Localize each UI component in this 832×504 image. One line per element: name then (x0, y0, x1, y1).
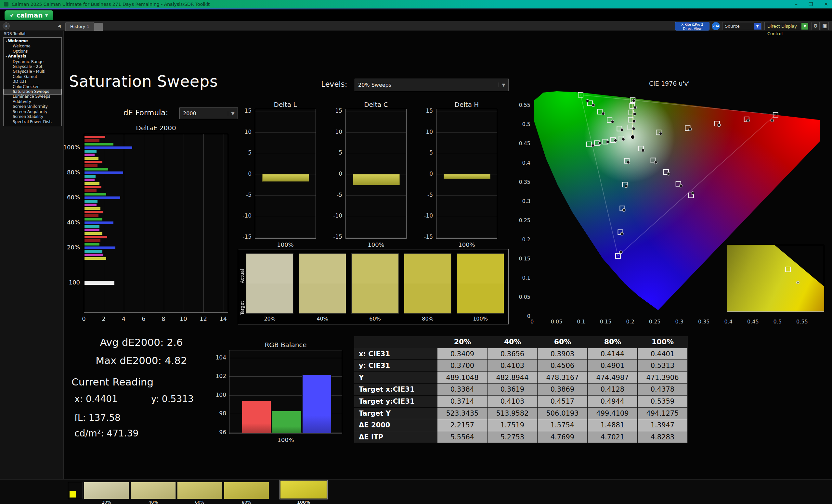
table-cell: 0.3656 (488, 348, 538, 360)
thumbnail-patch[interactable] (68, 482, 83, 499)
y-tick-label: 0 (233, 170, 252, 177)
rgb-bar-green (272, 411, 301, 433)
yellow-patch (70, 491, 76, 498)
chevron-down-icon: ▼ (45, 13, 48, 18)
meter-count-badge: 234 (712, 22, 720, 30)
sidebar-item-luminance-sweeps[interactable]: Luminance Sweeps (4, 94, 61, 99)
y-tick-label: 98 (208, 410, 226, 417)
table-cell: 4.7699 (538, 431, 588, 443)
table-header-80: 80% (588, 336, 638, 348)
window-title: Calman 2025 Calman Ultimate for Business… (12, 2, 210, 7)
thumbnail-40[interactable] (131, 482, 176, 499)
source-dropdown[interactable]: Source ▼ (722, 22, 761, 30)
settings-gear-icon[interactable]: ⚙ (811, 22, 820, 30)
sidebar-item-color-gamut[interactable]: Color Gamut (4, 74, 61, 79)
table-header-40: 40% (488, 336, 538, 348)
swatch-actual (246, 254, 293, 283)
thumbnail-100[interactable] (280, 480, 327, 499)
y-tick-label: -5 (415, 192, 433, 198)
cie-x-tick-label: 0.5 (770, 318, 785, 325)
meter-button[interactable]: X-Rite i1Pro 2 Direct View (675, 22, 709, 30)
table-cell: 1.4881 (588, 419, 638, 431)
swatch-40 (299, 253, 346, 314)
deltae-bar (84, 171, 123, 174)
y-tick-label: 100 (208, 392, 226, 398)
sidebar-item-welcome[interactable]: Welcome (4, 44, 61, 49)
swatch-label: 80% (404, 316, 451, 322)
table-cell: 0.3409 (438, 348, 488, 360)
tree-expand-icon[interactable]: ▾ (5, 39, 7, 43)
cie-y-tick-label: 0.2 (514, 236, 530, 243)
source-label: Source (725, 24, 740, 29)
deltae-bar (84, 189, 97, 192)
maximize-button[interactable]: ❐ (809, 1, 813, 7)
y-tick-label: 0 (324, 170, 342, 177)
swatch-panel: Actual Target 20%40%60%80%100% (238, 249, 509, 325)
gridline (437, 132, 497, 133)
y-tick-label: 10 (324, 129, 342, 135)
thumbnail-60[interactable] (177, 482, 222, 499)
deltae-bar (84, 250, 102, 253)
calman-logo-text: calman (17, 11, 43, 19)
table-cell: 478.3167 (538, 372, 588, 384)
sidebar-item-3d-lut[interactable]: 3D LUT (4, 79, 61, 84)
de-formula-label: dE Formula: (124, 109, 168, 117)
measured-marker (611, 120, 614, 123)
deltae-bar (84, 236, 107, 239)
x-tick-label: 2 (97, 315, 110, 322)
x-tick-label: 8 (157, 315, 170, 322)
sidebar-item-dynamic-range[interactable]: Dynamic Range (4, 59, 61, 64)
thumbnail-20[interactable] (84, 482, 129, 499)
table-row-label: ΔE 2000 (354, 419, 438, 431)
thumbnail-80[interactable] (224, 482, 269, 499)
rgb-bar-red (242, 401, 271, 433)
deltae-bar (84, 254, 103, 256)
sidebar-group-welcome[interactable]: ▾Welcome (4, 39, 61, 44)
sidebar-item-grayscale-multi[interactable]: Grayscale - Multi (4, 69, 61, 74)
deltae-bar (84, 168, 108, 170)
sidebar-group-analysis[interactable]: ▾Analysis (4, 54, 61, 59)
y-tick-label: 15 (233, 108, 252, 114)
meter-line1: X-Rite i1Pro 2 (675, 23, 709, 27)
de-formula-dropdown[interactable]: 2000 ▼ (179, 108, 238, 119)
thumbnail-label: 40% (131, 500, 176, 504)
sidebar-item-options[interactable]: Options (4, 49, 61, 54)
deltae-bar (84, 200, 98, 203)
layout-button[interactable]: ▣ (821, 22, 829, 30)
minimize-button[interactable]: – (795, 1, 798, 7)
table-row-label: Target y:CIE31 (354, 395, 438, 408)
new-tab-button[interactable] (94, 23, 103, 31)
sidebar-item-screen-uniformity[interactable]: Screen Uniformity (4, 104, 61, 109)
rgb-balance-chart: RGB Balance 100% 1041021009896 (208, 340, 344, 442)
sidebar-item-screen-angularity[interactable]: Screen Angularity (4, 109, 61, 114)
table-cell: 0.4144 (588, 348, 638, 360)
table-cell: 0.5359 (638, 395, 688, 408)
swatch-actual (404, 254, 451, 283)
gridline (346, 195, 406, 196)
sidebar-item-colorchecker[interactable]: ColorChecker (4, 84, 61, 89)
panel-toggle-button[interactable]: « (3, 22, 10, 30)
deltae-bar (84, 157, 99, 160)
deltae-group-label: 40% (62, 219, 80, 226)
sidebar-item-screen-stability[interactable]: Screen Stability (4, 114, 61, 119)
table-cell: 0.4128 (588, 384, 638, 395)
sidebar-collapse-icon[interactable]: ◀ (56, 23, 62, 29)
current-xy: x: 0.4401 y: 0.5313 (74, 394, 217, 404)
deltae-group-label: 60% (62, 194, 80, 201)
measured-marker (642, 149, 645, 152)
table-cell: 506.0193 (538, 408, 588, 420)
table-cell: 1.5754 (538, 419, 588, 431)
calman-menu-button[interactable]: ✔ calman ▼ (4, 10, 53, 20)
sidebar-item-saturation-sweeps[interactable]: Saturation Sweeps (4, 89, 61, 94)
display-control-dropdown[interactable]: Direct Display Control ▼ (764, 22, 809, 30)
sidebar-item-grayscale-2pt[interactable]: Grayscale - 2pt (4, 64, 61, 69)
measured-marker (606, 141, 609, 143)
levels-dropdown[interactable]: 20% Sweeps ▼ (355, 79, 509, 91)
current-cdm2: cd/m²: 471.39 (74, 428, 138, 439)
sidebar-item-spectral-power-dist[interactable]: Spectral Power Dist. (4, 119, 61, 124)
sidebar-item-additivity[interactable]: Additivity (4, 100, 61, 104)
tree-expand-icon[interactable]: ▾ (5, 55, 7, 58)
logo-bar: ✔ calman ▼ (0, 9, 832, 21)
tab-history-1[interactable]: History 1 (65, 22, 94, 31)
close-button[interactable]: ✕ (824, 1, 828, 7)
